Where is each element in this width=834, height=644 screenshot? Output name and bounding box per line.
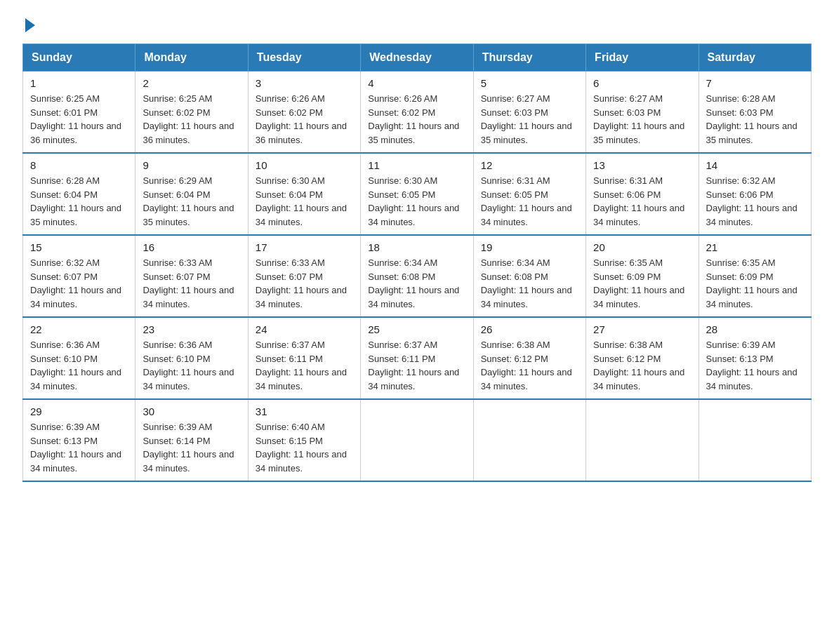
- day-info: Sunrise: 6:32 AM Sunset: 6:06 PM Dayligh…: [706, 174, 804, 229]
- calendar-body: 1 Sunrise: 6:25 AM Sunset: 6:01 PM Dayli…: [23, 72, 812, 482]
- day-info: Sunrise: 6:34 AM Sunset: 6:08 PM Dayligh…: [481, 256, 578, 311]
- day-info: Sunrise: 6:38 AM Sunset: 6:12 PM Dayligh…: [481, 338, 578, 393]
- day-number: 11: [368, 159, 465, 171]
- calendar-day-8: 8 Sunrise: 6:28 AM Sunset: 6:04 PM Dayli…: [23, 153, 135, 235]
- calendar-day-28: 28 Sunrise: 6:39 AM Sunset: 6:13 PM Dayl…: [699, 317, 811, 399]
- column-header-tuesday: Tuesday: [248, 44, 360, 72]
- calendar-day-11: 11 Sunrise: 6:30 AM Sunset: 6:05 PM Dayl…: [361, 153, 473, 235]
- empty-cell: [361, 399, 473, 481]
- day-info: Sunrise: 6:30 AM Sunset: 6:05 PM Dayligh…: [368, 174, 465, 229]
- day-number: 15: [30, 241, 128, 253]
- calendar-week-1: 1 Sunrise: 6:25 AM Sunset: 6:01 PM Dayli…: [23, 72, 812, 154]
- day-number: 7: [706, 77, 804, 89]
- calendar-day-20: 20 Sunrise: 6:35 AM Sunset: 6:09 PM Dayl…: [586, 235, 699, 317]
- calendar-table: SundayMondayTuesdayWednesdayThursdayFrid…: [22, 43, 812, 482]
- day-number: 17: [256, 241, 353, 253]
- day-number: 9: [143, 159, 240, 171]
- calendar-day-26: 26 Sunrise: 6:38 AM Sunset: 6:12 PM Dayl…: [473, 317, 585, 399]
- day-info: Sunrise: 6:39 AM Sunset: 6:13 PM Dayligh…: [706, 338, 804, 393]
- day-info: Sunrise: 6:28 AM Sunset: 6:04 PM Dayligh…: [30, 174, 128, 229]
- calendar-day-1: 1 Sunrise: 6:25 AM Sunset: 6:01 PM Dayli…: [23, 72, 135, 154]
- calendar-day-16: 16 Sunrise: 6:33 AM Sunset: 6:07 PM Dayl…: [135, 235, 248, 317]
- day-info: Sunrise: 6:37 AM Sunset: 6:11 PM Dayligh…: [256, 338, 353, 393]
- day-number: 24: [256, 323, 353, 335]
- day-number: 3: [256, 77, 353, 89]
- day-info: Sunrise: 6:30 AM Sunset: 6:04 PM Dayligh…: [256, 174, 353, 229]
- day-number: 20: [593, 241, 691, 253]
- day-number: 30: [143, 405, 240, 417]
- calendar-week-3: 15 Sunrise: 6:32 AM Sunset: 6:07 PM Dayl…: [23, 235, 812, 317]
- day-info: Sunrise: 6:38 AM Sunset: 6:12 PM Dayligh…: [593, 338, 691, 393]
- empty-cell: [473, 399, 585, 481]
- calendar-day-12: 12 Sunrise: 6:31 AM Sunset: 6:05 PM Dayl…: [473, 153, 585, 235]
- calendar-day-5: 5 Sunrise: 6:27 AM Sunset: 6:03 PM Dayli…: [473, 72, 585, 154]
- calendar-day-22: 22 Sunrise: 6:36 AM Sunset: 6:10 PM Dayl…: [23, 317, 135, 399]
- day-number: 5: [481, 77, 578, 89]
- day-number: 29: [30, 405, 128, 417]
- column-header-friday: Friday: [586, 44, 699, 72]
- day-info: Sunrise: 6:27 AM Sunset: 6:03 PM Dayligh…: [593, 92, 691, 147]
- day-info: Sunrise: 6:39 AM Sunset: 6:13 PM Dayligh…: [30, 420, 128, 475]
- day-number: 6: [593, 77, 691, 89]
- calendar-day-13: 13 Sunrise: 6:31 AM Sunset: 6:06 PM Dayl…: [586, 153, 699, 235]
- calendar-day-24: 24 Sunrise: 6:37 AM Sunset: 6:11 PM Dayl…: [248, 317, 360, 399]
- empty-cell: [586, 399, 699, 481]
- day-number: 1: [30, 77, 128, 89]
- day-number: 16: [143, 241, 240, 253]
- logo-triangle-icon: [25, 18, 35, 32]
- page-header: [22, 17, 812, 29]
- day-info: Sunrise: 6:35 AM Sunset: 6:09 PM Dayligh…: [593, 256, 691, 311]
- calendar-day-21: 21 Sunrise: 6:35 AM Sunset: 6:09 PM Dayl…: [699, 235, 811, 317]
- day-number: 13: [593, 159, 691, 171]
- day-info: Sunrise: 6:40 AM Sunset: 6:15 PM Dayligh…: [256, 420, 353, 475]
- calendar-day-27: 27 Sunrise: 6:38 AM Sunset: 6:12 PM Dayl…: [586, 317, 699, 399]
- column-header-thursday: Thursday: [473, 44, 585, 72]
- calendar-day-29: 29 Sunrise: 6:39 AM Sunset: 6:13 PM Dayl…: [23, 399, 135, 481]
- calendar-week-4: 22 Sunrise: 6:36 AM Sunset: 6:10 PM Dayl…: [23, 317, 812, 399]
- day-number: 4: [368, 77, 465, 89]
- empty-cell: [699, 399, 811, 481]
- column-header-wednesday: Wednesday: [361, 44, 473, 72]
- day-info: Sunrise: 6:26 AM Sunset: 6:02 PM Dayligh…: [368, 92, 465, 147]
- calendar-day-19: 19 Sunrise: 6:34 AM Sunset: 6:08 PM Dayl…: [473, 235, 585, 317]
- day-info: Sunrise: 6:27 AM Sunset: 6:03 PM Dayligh…: [481, 92, 578, 147]
- calendar-day-31: 31 Sunrise: 6:40 AM Sunset: 6:15 PM Dayl…: [248, 399, 360, 481]
- logo: [22, 17, 35, 29]
- day-info: Sunrise: 6:25 AM Sunset: 6:02 PM Dayligh…: [143, 92, 240, 147]
- calendar-day-25: 25 Sunrise: 6:37 AM Sunset: 6:11 PM Dayl…: [361, 317, 473, 399]
- day-number: 10: [256, 159, 353, 171]
- calendar-week-5: 29 Sunrise: 6:39 AM Sunset: 6:13 PM Dayl…: [23, 399, 812, 481]
- calendar-day-6: 6 Sunrise: 6:27 AM Sunset: 6:03 PM Dayli…: [586, 72, 699, 154]
- day-number: 18: [368, 241, 465, 253]
- calendar-day-2: 2 Sunrise: 6:25 AM Sunset: 6:02 PM Dayli…: [135, 72, 248, 154]
- calendar-week-2: 8 Sunrise: 6:28 AM Sunset: 6:04 PM Dayli…: [23, 153, 812, 235]
- calendar-day-23: 23 Sunrise: 6:36 AM Sunset: 6:10 PM Dayl…: [135, 317, 248, 399]
- day-info: Sunrise: 6:31 AM Sunset: 6:05 PM Dayligh…: [481, 174, 578, 229]
- day-info: Sunrise: 6:33 AM Sunset: 6:07 PM Dayligh…: [256, 256, 353, 311]
- day-info: Sunrise: 6:32 AM Sunset: 6:07 PM Dayligh…: [30, 256, 128, 311]
- column-header-sunday: Sunday: [23, 44, 135, 72]
- day-number: 8: [30, 159, 128, 171]
- day-info: Sunrise: 6:37 AM Sunset: 6:11 PM Dayligh…: [368, 338, 465, 393]
- day-info: Sunrise: 6:25 AM Sunset: 6:01 PM Dayligh…: [30, 92, 128, 147]
- calendar-day-30: 30 Sunrise: 6:39 AM Sunset: 6:14 PM Dayl…: [135, 399, 248, 481]
- day-info: Sunrise: 6:31 AM Sunset: 6:06 PM Dayligh…: [593, 174, 691, 229]
- day-info: Sunrise: 6:33 AM Sunset: 6:07 PM Dayligh…: [143, 256, 240, 311]
- day-number: 19: [481, 241, 578, 253]
- calendar-day-4: 4 Sunrise: 6:26 AM Sunset: 6:02 PM Dayli…: [361, 72, 473, 154]
- day-number: 25: [368, 323, 465, 335]
- day-info: Sunrise: 6:34 AM Sunset: 6:08 PM Dayligh…: [368, 256, 465, 311]
- day-number: 26: [481, 323, 578, 335]
- calendar-day-17: 17 Sunrise: 6:33 AM Sunset: 6:07 PM Dayl…: [248, 235, 360, 317]
- day-number: 14: [706, 159, 804, 171]
- day-number: 27: [593, 323, 691, 335]
- day-info: Sunrise: 6:26 AM Sunset: 6:02 PM Dayligh…: [256, 92, 353, 147]
- day-number: 12: [481, 159, 578, 171]
- day-info: Sunrise: 6:28 AM Sunset: 6:03 PM Dayligh…: [706, 92, 804, 147]
- calendar-day-15: 15 Sunrise: 6:32 AM Sunset: 6:07 PM Dayl…: [23, 235, 135, 317]
- calendar-day-9: 9 Sunrise: 6:29 AM Sunset: 6:04 PM Dayli…: [135, 153, 248, 235]
- day-info: Sunrise: 6:36 AM Sunset: 6:10 PM Dayligh…: [143, 338, 240, 393]
- day-number: 31: [256, 405, 353, 417]
- day-number: 21: [706, 241, 804, 253]
- calendar-day-18: 18 Sunrise: 6:34 AM Sunset: 6:08 PM Dayl…: [361, 235, 473, 317]
